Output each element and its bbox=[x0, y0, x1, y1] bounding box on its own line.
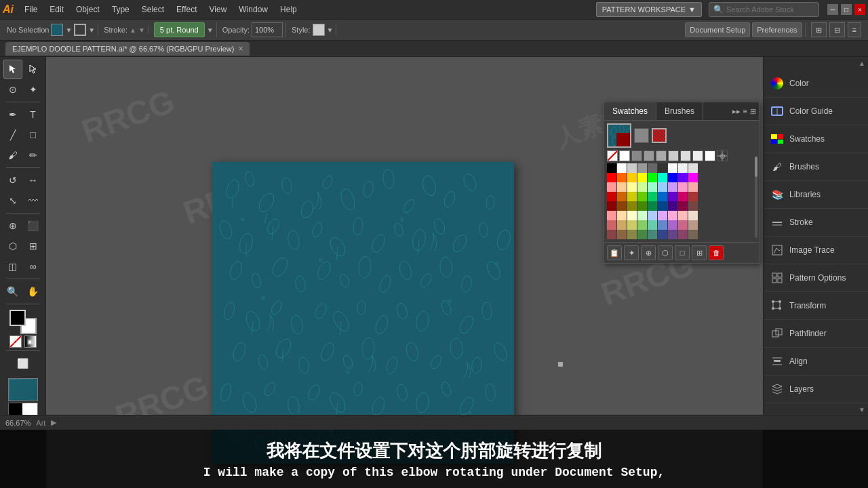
panel-item-brushes[interactable]: 🖌 Brushes bbox=[764, 153, 868, 181]
minimize-button[interactable]: ─ bbox=[827, 4, 838, 15]
swatch-cell-6-3[interactable] bbox=[637, 220, 647, 230]
search-input[interactable] bbox=[726, 5, 814, 14]
menu-window[interactable]: Window bbox=[233, 3, 273, 16]
pencil-tool[interactable]: ✏ bbox=[24, 146, 43, 165]
swatch-cell-4-3[interactable] bbox=[637, 201, 647, 211]
swatch-gray2[interactable] bbox=[644, 150, 654, 161]
swatch-white2[interactable] bbox=[705, 150, 715, 161]
swatch-small-box-1[interactable] bbox=[634, 128, 649, 143]
select-tool[interactable] bbox=[3, 60, 22, 79]
swatch-cell-1-1[interactable] bbox=[617, 173, 627, 182]
extra-options-button[interactable]: ≡ bbox=[848, 22, 861, 37]
pattern-workspace-button[interactable]: PATTERN WORKSPACE ▼ bbox=[596, 2, 702, 17]
swatch-cell-2-8[interactable] bbox=[688, 182, 698, 192]
swatch-cell-1-2[interactable] bbox=[627, 173, 637, 182]
swatch-cell-2-2[interactable] bbox=[627, 182, 637, 192]
reflect-tool[interactable]: ↔ bbox=[24, 171, 43, 190]
fill-dropdown-icon[interactable]: ▼ bbox=[65, 26, 72, 34]
swatch-cell-4-1[interactable] bbox=[617, 201, 627, 211]
swatch-cell-1-4[interactable] bbox=[648, 173, 657, 182]
swatch-cell-7-8[interactable] bbox=[688, 230, 698, 239]
panel-item-swatches[interactable]: Swatches bbox=[764, 125, 868, 153]
swatch-cell-1-6[interactable] bbox=[668, 173, 677, 182]
swatch-cell-4-6[interactable] bbox=[668, 201, 677, 211]
swatch-gray4[interactable] bbox=[668, 150, 679, 161]
panel-item-transform[interactable]: Transform bbox=[764, 292, 868, 320]
swatch-cell-2-0[interactable] bbox=[607, 182, 616, 192]
pen-tool[interactable]: ✒ bbox=[3, 105, 22, 124]
swatch-cell-3-4[interactable] bbox=[648, 192, 657, 201]
swatches-footer-btn-2[interactable]: ✦ bbox=[624, 245, 639, 260]
swatches-tab[interactable]: Swatches bbox=[604, 102, 656, 120]
swatch-cell-3-7[interactable] bbox=[678, 192, 688, 201]
swatch-cell-2-1[interactable] bbox=[617, 182, 627, 192]
swatches-footer-btn-3[interactable]: ⊕ bbox=[641, 245, 656, 260]
gradient-color-button[interactable]: ▣ bbox=[24, 336, 37, 348]
swatch-cell-7-3[interactable] bbox=[637, 230, 647, 239]
swatch-cell-7-6[interactable] bbox=[668, 230, 677, 239]
mesh-tool[interactable]: ⊞ bbox=[24, 237, 43, 256]
document-tab[interactable]: EJEMPLO DOODLE PATTERN.ai* @ 66.67% (RGB… bbox=[5, 42, 250, 56]
panel-item-pathfinder[interactable]: Pathfinder bbox=[764, 320, 868, 348]
swatch-cell-6-5[interactable] bbox=[658, 220, 667, 230]
menu-select[interactable]: Select bbox=[136, 3, 170, 16]
artboard-tool[interactable]: ⬜ bbox=[14, 354, 33, 373]
line-tool[interactable]: ╱ bbox=[3, 125, 22, 144]
swatch-gray1[interactable] bbox=[631, 150, 642, 161]
gradient-tool[interactable]: ◫ bbox=[3, 257, 22, 276]
menu-edit[interactable]: Edit bbox=[44, 3, 69, 16]
panel-scroll-up[interactable]: ▲ bbox=[859, 60, 865, 67]
statusbar-more-button[interactable]: ▶ bbox=[51, 418, 56, 427]
panel-item-color-guide[interactable]: Color Guide bbox=[764, 98, 868, 125]
swatch-cell-1-8[interactable] bbox=[688, 173, 698, 182]
swatch-cell-0-1[interactable] bbox=[617, 163, 627, 173]
swatch-cell-6-8[interactable] bbox=[688, 220, 698, 230]
swatch-cell-3-3[interactable] bbox=[637, 192, 647, 201]
swatch-gray3[interactable] bbox=[656, 150, 667, 161]
swatch-cell-0-4[interactable] bbox=[648, 163, 657, 173]
swatch-cell-4-2[interactable] bbox=[627, 201, 637, 211]
swatches-footer-btn-7[interactable]: 🗑 bbox=[709, 245, 724, 260]
swatch-cell-4-8[interactable] bbox=[688, 201, 698, 211]
swatch-cell-4-5[interactable] bbox=[658, 201, 667, 211]
swatch-registration[interactable] bbox=[717, 150, 728, 161]
swatch-cell-1-5[interactable] bbox=[658, 173, 667, 182]
scale-tool[interactable]: ⤡ bbox=[3, 191, 22, 210]
statusbar-art-button[interactable]: Art bbox=[36, 419, 45, 427]
swatch-cell-7-2[interactable] bbox=[627, 230, 637, 239]
magic-wand-tool[interactable]: ✦ bbox=[24, 80, 43, 99]
swatches-footer-btn-1[interactable]: 📋 bbox=[607, 245, 622, 260]
preferences-button[interactable]: Preferences bbox=[752, 22, 802, 37]
rotate-tool[interactable]: ↺ bbox=[3, 171, 22, 190]
swatch-small-box-2[interactable] bbox=[652, 128, 667, 143]
swatch-cell-0-3[interactable] bbox=[637, 163, 647, 173]
swatch-cell-1-7[interactable] bbox=[678, 173, 688, 182]
panel-item-align[interactable]: Align bbox=[764, 348, 868, 375]
swatch-cell-6-1[interactable] bbox=[617, 220, 627, 230]
stroke-value-dropdown-icon[interactable]: ▼ bbox=[207, 26, 214, 34]
swatch-gray5[interactable] bbox=[680, 150, 691, 161]
menu-file[interactable]: File bbox=[19, 3, 43, 16]
swatch-cell-4-7[interactable] bbox=[678, 201, 688, 211]
foreground-color-box[interactable] bbox=[9, 310, 26, 326]
menu-type[interactable]: Type bbox=[106, 3, 135, 16]
swatches-expand-icon[interactable]: ▸▸ bbox=[732, 107, 741, 116]
hand-tool[interactable]: ✋ bbox=[24, 282, 43, 301]
stroke-color-chip[interactable] bbox=[74, 24, 86, 36]
swatch-gray6[interactable] bbox=[692, 150, 703, 161]
swatch-cell-7-5[interactable] bbox=[658, 230, 667, 239]
swatch-cell-5-5[interactable] bbox=[658, 211, 667, 220]
swatch-cell-2-6[interactable] bbox=[668, 182, 677, 192]
current-swatch-preview[interactable] bbox=[607, 123, 631, 148]
swatch-cell-3-8[interactable] bbox=[688, 192, 698, 201]
swatch-cell-0-7[interactable] bbox=[678, 163, 688, 173]
menu-object[interactable]: Object bbox=[71, 3, 105, 16]
shape-tool[interactable]: □ bbox=[24, 125, 43, 144]
style-chip[interactable] bbox=[313, 24, 325, 36]
swatch-cell-1-0[interactable] bbox=[607, 173, 616, 182]
swatch-cell-3-6[interactable] bbox=[668, 192, 677, 201]
menu-effect[interactable]: Effect bbox=[171, 3, 202, 16]
close-button[interactable]: × bbox=[854, 4, 865, 15]
swatches-scrollbar-thumb[interactable] bbox=[755, 157, 757, 177]
brush-tool[interactable]: 🖌 bbox=[3, 146, 22, 165]
